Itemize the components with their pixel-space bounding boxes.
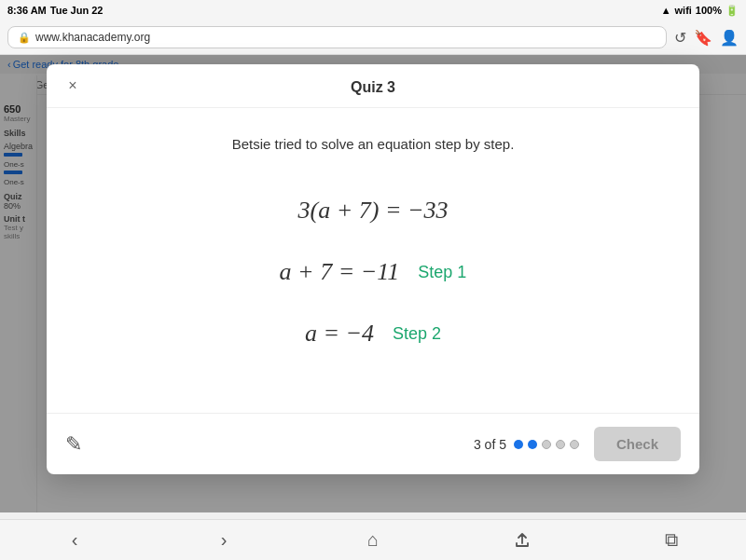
step2-equation: a = −4 (305, 320, 374, 348)
modal-title: Quiz 3 (351, 79, 395, 96)
dot-5 (570, 440, 579, 449)
status-left: 8:36 AM Tue Jun 22 (7, 5, 103, 16)
problem-intro: Betsie tried to solve an equation step b… (232, 136, 515, 152)
footer-right: 3 of 5 Check (474, 427, 681, 461)
reload-button[interactable]: ↺ (674, 29, 686, 47)
modal-footer: ✎ 3 of 5 Check (47, 413, 699, 474)
dot-4 (556, 440, 565, 449)
step2-block: a = −4 Step 2 (305, 320, 441, 348)
bottom-nav: ‹ › ⌂ ⧉ (0, 519, 746, 560)
bookmark-button[interactable]: 🔖 (694, 29, 712, 47)
home-button[interactable]: ⌂ (350, 520, 396, 561)
step1-block: a + 7 = −11 Step 1 (280, 258, 467, 286)
profile-button[interactable]: 👤 (720, 29, 739, 47)
status-right: ▲ wifi 100% 🔋 (661, 5, 739, 17)
wifi-icon: wifi (675, 5, 692, 16)
progress-dots (514, 440, 579, 449)
time: 8:36 AM (7, 5, 47, 16)
step2-label: Step 2 (393, 324, 441, 344)
date: Tue Jun 22 (50, 5, 104, 16)
quiz-modal: × Quiz 3 Betsie tried to solve an equati… (47, 64, 699, 474)
progress-info: 3 of 5 (474, 437, 579, 452)
signal-icon: ▲ (661, 5, 671, 16)
close-button[interactable]: × (62, 75, 84, 97)
url-text: www.khanacademy.org (35, 31, 150, 44)
battery: 100% (696, 5, 722, 16)
dot-1 (514, 440, 523, 449)
lock-icon: 🔒 (18, 32, 31, 44)
back-nav-button[interactable]: ‹ (51, 520, 98, 561)
status-bar: 8:36 AM Tue Jun 22 ▲ wifi 100% 🔋 (0, 0, 746, 20)
modal-header: × Quiz 3 (47, 64, 699, 108)
browser-actions: ↺ 🔖 👤 (674, 29, 739, 47)
battery-icon: 🔋 (725, 5, 739, 17)
step1-equation: a + 7 = −11 (280, 258, 400, 286)
dot-2 (528, 440, 537, 449)
modal-body: Betsie tried to solve an equation step b… (47, 108, 699, 413)
address-bar[interactable]: 🔒 www.khanacademy.org (7, 26, 667, 48)
forward-nav-button[interactable]: › (200, 520, 247, 561)
check-button[interactable]: Check (594, 427, 681, 461)
hint-button[interactable]: ✎ (65, 432, 82, 457)
main-equation-block: 3(a + 7) = −33 (298, 197, 449, 225)
step1-label: Step 1 (418, 263, 466, 282)
dot-3 (542, 440, 551, 449)
share-button[interactable] (499, 520, 546, 561)
browser-chrome: 🔒 www.khanacademy.org ↺ 🔖 👤 (0, 20, 746, 55)
tabs-button[interactable]: ⧉ (648, 520, 695, 561)
progress-text: 3 of 5 (474, 437, 506, 452)
main-equation: 3(a + 7) = −33 (298, 197, 449, 225)
page-background: ‹ Get ready for 8th grade Unit: Get read… (0, 55, 746, 512)
modal-overlay: × Quiz 3 Betsie tried to solve an equati… (0, 55, 746, 512)
